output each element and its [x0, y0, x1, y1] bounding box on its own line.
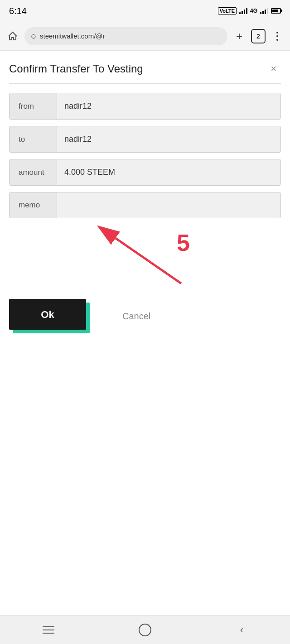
to-value: nadir12 — [57, 126, 280, 152]
home-button[interactable] — [5, 29, 20, 43]
from-field-row: from nadir12 — [9, 93, 281, 120]
new-tab-button[interactable]: + — [232, 29, 246, 43]
amount-field-row: amount 4.000 STEEM — [9, 159, 281, 186]
amount-value: 4.000 STEEM — [57, 159, 280, 185]
status-time: 6:14 — [9, 6, 27, 16]
hamburger-icon — [43, 626, 54, 634]
status-icons: VoLTE 4G — [218, 7, 281, 14]
cancel-button[interactable]: Cancel — [122, 311, 150, 322]
signal-bars-1 — [239, 8, 247, 14]
annotation-arrow — [91, 225, 199, 288]
browser-bar: ⊜ steemitwallet.com/@r + 2 — [0, 22, 290, 51]
to-label: to — [10, 126, 57, 152]
battery-icon — [271, 8, 281, 14]
4g-label: 4G — [250, 8, 257, 14]
amount-label: amount — [10, 159, 57, 185]
svg-line-1 — [116, 238, 181, 284]
from-value: nadir12 — [57, 93, 280, 119]
actions-area: Ok Cancel — [9, 299, 281, 333]
back-nav-button[interactable]: ‹ — [228, 621, 255, 639]
home-nav-button[interactable] — [131, 621, 159, 639]
url-bar[interactable]: ⊜ steemitwallet.com/@r — [24, 27, 227, 45]
menu-nav-button[interactable] — [35, 621, 62, 639]
annotation-layer: 5 — [9, 225, 281, 288]
dialog-header: Confirm Transfer To Vesting × — [9, 62, 281, 76]
browser-menu-button[interactable] — [270, 29, 285, 43]
memo-value — [57, 192, 280, 218]
ok-button[interactable]: Ok — [9, 299, 86, 330]
tabs-button[interactable]: 2 — [251, 29, 266, 43]
divider — [9, 83, 281, 84]
status-bar: 6:14 VoLTE 4G — [0, 0, 290, 22]
url-text: steemitwallet.com/@r — [40, 32, 105, 40]
home-circle-icon — [139, 624, 151, 636]
confirm-transfer-dialog: Confirm Transfer To Vesting × from nadir… — [0, 51, 290, 347]
ok-button-wrapper: Ok — [9, 299, 86, 333]
url-security-icon: ⊜ — [31, 33, 36, 40]
memo-label: memo — [10, 192, 57, 218]
signal-bars-2 — [260, 8, 268, 14]
bottom-nav: ‹ — [0, 615, 290, 644]
annotation-number-5: 5 — [177, 229, 190, 256]
from-label: from — [10, 93, 57, 119]
main-content: Confirm Transfer To Vesting × from nadir… — [0, 51, 290, 347]
to-field-row: to nadir12 — [9, 126, 281, 153]
close-button[interactable]: × — [266, 62, 281, 76]
memo-field-row: memo — [9, 192, 281, 218]
volte-icon: VoLTE — [218, 7, 237, 14]
more-options-icon — [276, 32, 278, 41]
back-arrow-icon: ‹ — [240, 624, 243, 636]
dialog-title: Confirm Transfer To Vesting — [9, 62, 143, 75]
